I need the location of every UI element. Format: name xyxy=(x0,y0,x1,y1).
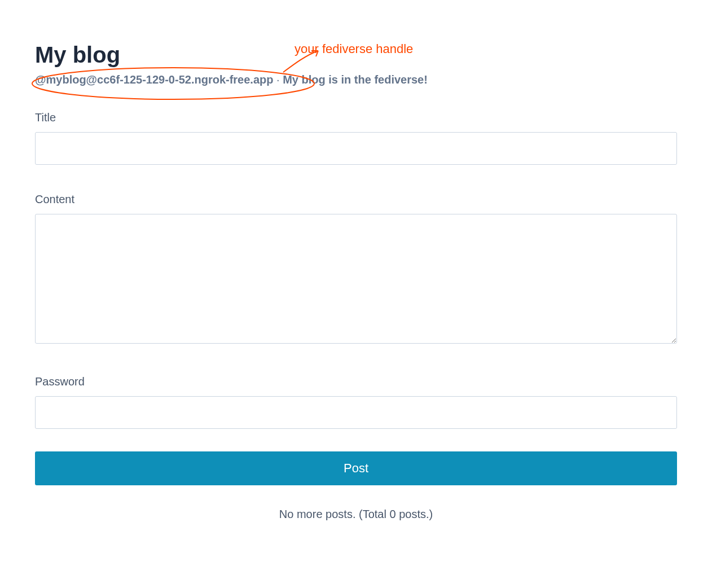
tagline: My blog is in the fediverse! xyxy=(283,73,428,86)
password-input[interactable] xyxy=(35,396,677,429)
title-label: Title xyxy=(35,111,677,124)
page-title: My blog xyxy=(35,42,677,68)
content-group: Content xyxy=(35,193,677,346)
post-button[interactable]: Post xyxy=(35,451,677,485)
posts-status: No more posts. (Total 0 posts.) xyxy=(35,508,677,521)
content-label: Content xyxy=(35,193,677,206)
password-group: Password xyxy=(35,375,677,429)
content-input[interactable] xyxy=(35,214,677,344)
title-group: Title xyxy=(35,111,677,165)
title-input[interactable] xyxy=(35,132,677,165)
fediverse-handle: @myblog@cc6f-125-129-0-52.ngrok-free.app xyxy=(35,73,273,86)
password-label: Password xyxy=(35,375,677,388)
subtitle-row: @myblog@cc6f-125-129-0-52.ngrok-free.app… xyxy=(35,73,677,86)
separator: · xyxy=(273,73,283,86)
